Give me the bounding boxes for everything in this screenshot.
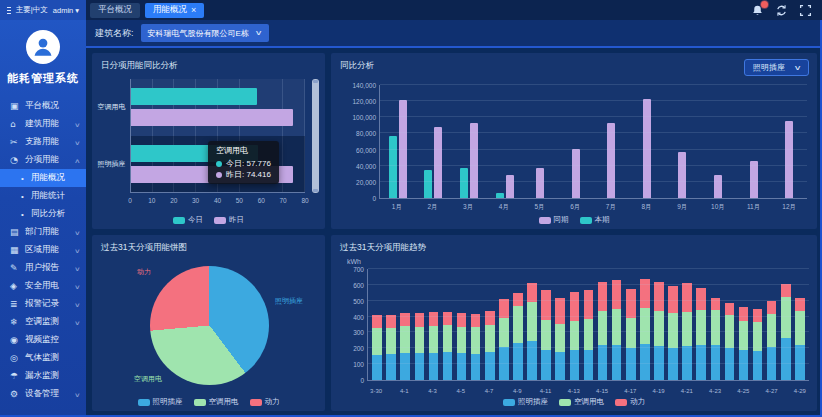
close-tab-icon[interactable]: × <box>191 6 196 15</box>
axis-tick-label <box>383 388 397 394</box>
tab-platform-overview[interactable]: 平台概况 <box>90 3 140 18</box>
sidebar-subitem-用能概况[interactable]: •用能概况 <box>0 169 86 187</box>
sidebar-item-用户报告[interactable]: ✎用户报告∨ <box>0 259 86 277</box>
main-content: 建筑名称: 安科瑞电气股份有限公司E栋 ∨ 日分项用能同比分析 空调用电照明插座… <box>86 20 822 417</box>
refresh-icon[interactable] <box>775 4 788 17</box>
segment-照明插座 <box>739 350 749 380</box>
legend-swatch <box>250 399 262 406</box>
segment-照明插座 <box>781 338 791 380</box>
user-report-icon: ✎ <box>10 263 23 273</box>
bullet-icon: • <box>21 210 29 219</box>
bar-同期 <box>434 127 442 198</box>
axis-tick-label <box>694 388 708 394</box>
sidebar-item-漏水监测[interactable]: ☂漏水监测 <box>0 367 86 385</box>
chevron-icon: ∨ <box>73 139 80 146</box>
segment-照明插座 <box>541 350 551 380</box>
user-menu[interactable]: admin ▾ <box>53 6 79 15</box>
sidebar-item-部门用能[interactable]: ▤部门用能∨ <box>0 223 86 241</box>
energy-dashboard: 主要|中文 admin ▾ 平台概况 用能概况 × <box>0 0 822 417</box>
axis-tick-label <box>637 388 651 394</box>
legend-label: 同期 <box>554 215 569 225</box>
axis-tick-label: 3-30 <box>369 388 383 394</box>
avatar[interactable] <box>26 30 60 64</box>
gridline <box>368 300 809 301</box>
stacked-bar-chart[interactable]: 0100200300400500600700 <box>367 269 809 381</box>
hamburger-menu-icon[interactable] <box>7 7 11 14</box>
fullscreen-icon[interactable] <box>799 4 812 17</box>
sidebar-item-建筑用能[interactable]: ⌂建筑用能∨ <box>0 115 86 133</box>
legend-item-动力[interactable]: 动力 <box>250 397 280 407</box>
gridline <box>368 316 809 317</box>
pie-label-照明插座: 照明插座 <box>275 296 303 306</box>
axis-tick-label: 200 <box>353 345 364 352</box>
chevron-icon: ∨ <box>73 229 80 236</box>
bell-icon[interactable] <box>751 4 764 17</box>
segment-动力 <box>767 301 777 314</box>
chevron-down-icon: ∨ <box>793 64 801 72</box>
axis-tick-label: 100,000 <box>353 114 377 121</box>
legend-item-本期[interactable]: 本期 <box>580 215 610 225</box>
segment-照明插座 <box>457 353 467 380</box>
axis-tick-label: 0 <box>360 377 364 384</box>
building-name-label: 建筑名称: <box>95 27 134 40</box>
chart-legend: 今日昨日 <box>92 215 325 225</box>
axis-tick-label: 500 <box>353 297 364 304</box>
tooltip-title: 空调用电 <box>216 145 271 156</box>
datazoom-slider[interactable] <box>312 79 319 193</box>
sidebar-item-区域用能[interactable]: ▦区域用能∨ <box>0 241 86 259</box>
sidebar-item-视频监控[interactable]: ◉视频监控 <box>0 331 86 349</box>
segment-空调用电 <box>767 314 777 347</box>
bar-同期 <box>714 175 722 198</box>
building-select[interactable]: 安科瑞电气股份有限公司E栋 ∨ <box>141 24 269 42</box>
tooltip-series-dot <box>216 161 222 167</box>
sidebar-item-安全用电[interactable]: ◈安全用电∨ <box>0 277 86 295</box>
sidebar-item-设备管理[interactable]: ⚙设备管理∨ <box>0 385 86 403</box>
segment-动力 <box>682 283 692 312</box>
gridline <box>380 84 807 85</box>
tab-energy-overview[interactable]: 用能概况 × <box>145 3 204 18</box>
segment-照明插座 <box>400 353 410 380</box>
nav-home-language[interactable]: 主要|中文 <box>16 5 48 15</box>
sidebar-item-label: 同比分析 <box>31 208 79 220</box>
axis-tick-label <box>722 388 736 394</box>
segment-动力 <box>372 315 382 328</box>
axis-tick-label <box>553 388 567 394</box>
x-axis: 01020304050607080 <box>130 197 305 206</box>
axis-tick-label: 300 <box>353 329 364 336</box>
sidebar-item-空调监测[interactable]: ❄空调监测∨ <box>0 313 86 331</box>
sidebar-item-气体监测[interactable]: ◎气体监测 <box>0 349 86 367</box>
sidebar-item-支路用能[interactable]: ✂支路用能∨ <box>0 133 86 151</box>
legend-item-动力[interactable]: 动力 <box>615 397 645 407</box>
sidebar-item-分项用能[interactable]: ◔分项用能∧ <box>0 151 86 169</box>
subentry-selector[interactable]: 照明插座 ∨ <box>744 59 809 76</box>
axis-tick-label: 10 <box>148 197 155 204</box>
x-axis: 1月2月3月4月5月6月7月8月9月10月11月12月 <box>379 203 807 212</box>
panel-title: 同比分析 <box>340 60 374 72</box>
pie-label-动力: 动力 <box>137 267 151 277</box>
sidebar-subitem-同比分析[interactable]: •同比分析 <box>0 205 86 223</box>
segment-空调用电 <box>584 319 594 349</box>
panel-title: 过去31天分项用能趋势 <box>340 242 426 254</box>
legend-item-空调用电[interactable]: 空调用电 <box>194 397 239 407</box>
axis-tick-label <box>440 388 454 394</box>
grouped-bar-chart[interactable]: 020,00040,00060,00080,000100,000120,0001… <box>379 85 807 199</box>
legend-item-昨日[interactable]: 昨日 <box>214 215 244 225</box>
bar-本期 <box>424 170 432 198</box>
tooltip-row: 昨日: 74.416 <box>216 169 271 180</box>
legend-item-照明插座[interactable]: 照明插座 <box>503 397 548 407</box>
axis-tick-label: 40 <box>214 197 221 204</box>
legend-item-空调用电[interactable]: 空调用电 <box>559 397 604 407</box>
legend-item-照明插座[interactable]: 照明插座 <box>138 397 183 407</box>
hvac-monitor-icon: ❄ <box>10 317 23 327</box>
sidebar-item-平台概况[interactable]: ▣平台概况 <box>0 97 86 115</box>
pie-chart[interactable] <box>150 266 269 385</box>
segment-动力 <box>725 303 735 315</box>
legend-item-今日[interactable]: 今日 <box>173 215 203 225</box>
legend-item-同期[interactable]: 同期 <box>539 215 569 225</box>
axis-tick-label: 40,000 <box>356 162 376 169</box>
axis-category-label: 照明插座 <box>95 159 128 169</box>
sidebar-item-报警记录[interactable]: ≣报警记录∨ <box>0 295 86 313</box>
bar-同期 <box>678 152 686 198</box>
sidebar-subitem-用能统计[interactable]: •用能统计 <box>0 187 86 205</box>
tooltip-series-dot <box>216 172 222 178</box>
